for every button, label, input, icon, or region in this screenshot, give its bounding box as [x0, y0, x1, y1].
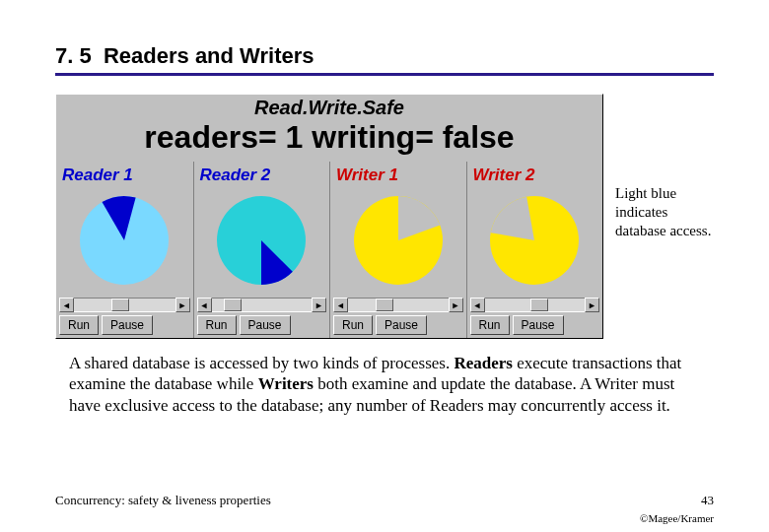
thread-title: Writer 1	[330, 162, 466, 187]
thread-column: Writer 1 ◄ ► Run Pause	[329, 162, 466, 338]
speed-scrollbar[interactable]: ◄ ►	[333, 298, 463, 312]
applet-title: Read.Write.Safe	[56, 95, 602, 119]
scroll-thumb[interactable]	[111, 299, 129, 311]
pause-button[interactable]: Pause	[102, 315, 153, 335]
button-row: Run Pause	[330, 315, 466, 338]
scroll-right-icon[interactable]: ►	[175, 298, 190, 312]
run-button[interactable]: Run	[59, 315, 99, 335]
title-rule	[55, 73, 714, 76]
scroll-right-icon[interactable]: ►	[312, 298, 326, 312]
thread-column: Writer 2 ◄ ► Run Pause	[466, 162, 603, 338]
thread-title: Reader 1	[56, 162, 193, 187]
body-text: A shared database is accessed by two kin…	[69, 353, 700, 416]
section-title: 7. 5 Readers and Writers	[55, 43, 714, 69]
speed-scrollbar[interactable]: ◄ ►	[470, 298, 600, 312]
button-row: Run Pause	[194, 315, 330, 338]
scroll-track[interactable]	[212, 298, 313, 312]
run-button[interactable]: Run	[470, 315, 510, 335]
pause-button[interactable]: Pause	[513, 315, 564, 335]
scroll-thumb[interactable]	[376, 299, 393, 311]
pause-button[interactable]: Pause	[376, 315, 427, 335]
run-button[interactable]: Run	[197, 315, 237, 335]
scroll-track[interactable]	[348, 298, 449, 312]
speed-scrollbar[interactable]: ◄ ►	[197, 298, 327, 312]
thread-column: Reader 2 ◄ ► Run Pause	[193, 162, 330, 338]
section-name: Readers and Writers	[104, 43, 315, 68]
scroll-thumb[interactable]	[224, 299, 242, 311]
scroll-right-icon[interactable]: ►	[449, 298, 463, 312]
pie-chart	[467, 187, 603, 296]
footer-left: Concurrency: safety & liveness propertie…	[55, 493, 271, 508]
thread-column: Reader 1 ◄ ► Run Pause	[56, 162, 193, 338]
button-row: Run Pause	[56, 315, 193, 338]
section-number: 7. 5	[55, 43, 92, 68]
applet-panel: Read.Write.Safe readers= 1 writing= fals…	[55, 94, 603, 339]
applet-state-line: readers= 1 writing= false	[56, 119, 602, 162]
legend-caption: Light blue indicates database access.	[615, 94, 714, 239]
pie-chart	[330, 187, 466, 296]
thread-title: Reader 2	[194, 162, 330, 187]
button-row: Run Pause	[467, 315, 603, 338]
pie-chart	[56, 187, 193, 296]
scroll-left-icon[interactable]: ◄	[333, 298, 348, 312]
scroll-right-icon[interactable]: ►	[585, 298, 599, 312]
scroll-track[interactable]	[74, 298, 175, 312]
footer-page: 43	[701, 493, 714, 508]
scroll-left-icon[interactable]: ◄	[470, 298, 485, 312]
pie-chart	[194, 187, 330, 296]
slide-footer: Concurrency: safety & liveness propertie…	[55, 493, 714, 508]
thread-title: Writer 2	[467, 162, 603, 187]
scroll-left-icon[interactable]: ◄	[59, 298, 74, 312]
scroll-thumb[interactable]	[530, 299, 548, 311]
pause-button[interactable]: Pause	[240, 315, 291, 335]
speed-scrollbar[interactable]: ◄ ►	[59, 298, 190, 312]
scroll-track[interactable]	[485, 298, 586, 312]
run-button[interactable]: Run	[333, 315, 373, 335]
scroll-left-icon[interactable]: ◄	[197, 298, 212, 312]
footer-copyright: ©Magee/Kramer	[640, 512, 714, 524]
